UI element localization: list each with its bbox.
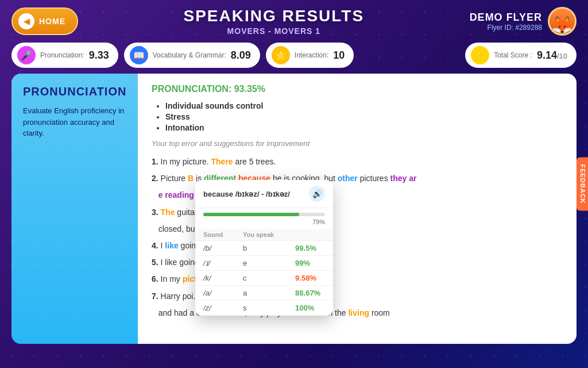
user-info: DEMO FLYER Flyer ID: #289288	[470, 12, 542, 32]
vocab-score-pill: 📖 Vocabulary & Grammar: 8.09	[124, 43, 260, 68]
interaction-score-pill: ⭐ Interaction: 10	[266, 43, 354, 68]
speak-cell: a	[235, 286, 287, 301]
title-area: SPEAKING RESULTS MOVERS - MOVERS 1	[184, 7, 365, 36]
tooltip-row: /ɪ/ e 99%	[195, 256, 333, 271]
speaker-button[interactable]: 🔊	[309, 186, 325, 202]
home-label: HOME	[39, 17, 65, 26]
tooltip-table: Sound You speak /b/ b 99.5% /ɪ/ e 99% /k…	[195, 229, 333, 316]
sound-cell: /k/	[195, 271, 235, 286]
total-score-pill: ⚡ Total Score : 9.14/10	[465, 43, 577, 68]
sound-cell: /z/	[195, 301, 235, 316]
vocab-label: Vocabulary & Grammar:	[153, 51, 226, 59]
tooltip-progress-bar	[203, 213, 325, 216]
tooltip-row: /a/ a 88.67%	[195, 286, 333, 301]
lightning-icon: ⚡	[471, 46, 489, 64]
book-icon: 📖	[130, 46, 148, 64]
criteria-item: Intonation	[165, 123, 563, 132]
mic-icon: 🎤	[17, 46, 36, 64]
sound-cell: /b/	[195, 241, 235, 256]
user-name: DEMO FLYER	[470, 12, 542, 24]
pct-cell: 100%	[287, 301, 333, 316]
home-button[interactable]: ◀ HOME	[11, 7, 78, 35]
page-subtitle: MOVERS - MOVERS 1	[184, 26, 365, 36]
tooltip-header: because /bɪkəz/ - /bɪkəz/ 🔊	[195, 180, 333, 208]
col-speak: You speak	[235, 229, 287, 241]
col-pct	[287, 229, 333, 241]
pct-cell: 99.5%	[287, 241, 333, 256]
pct-cell: 9.58%	[287, 271, 333, 286]
tooltip-row: /b/ b 99.5%	[195, 241, 333, 256]
speak-cell: c	[235, 271, 287, 286]
right-panel: PRONUNCIATION: 93.35% Individual sounds …	[138, 74, 577, 344]
star-icon: ⭐	[272, 46, 290, 64]
panel-title: PRONUNCIATION	[23, 85, 126, 98]
header: ◀ HOME SPEAKING RESULTS MOVERS - MOVERS …	[0, 0, 588, 36]
criteria-item: Stress	[165, 112, 563, 121]
sound-cell: /ɪ/	[195, 256, 235, 271]
speak-cell: b	[235, 241, 287, 256]
suggestion-label: Your top error and suggestions for impro…	[152, 139, 563, 148]
sentence-1: 1. In my picture. There are 5 trees.	[152, 155, 563, 169]
pronunciation-label: Pronunciation:	[40, 51, 84, 59]
user-id: Flyer ID: #289288	[470, 24, 542, 32]
pct-cell: 88.67%	[287, 286, 333, 301]
avatar: 🦊	[548, 7, 577, 36]
arrow-left-icon: ◀	[18, 13, 34, 29]
left-panel: PRONUNCIATION Evaluate English proficien…	[11, 74, 138, 344]
pct-cell: 99%	[287, 256, 333, 271]
col-sound: Sound	[195, 229, 235, 241]
speak-cell: s	[235, 301, 287, 316]
pronunciation-score-pill: 🎤 Pronunciation: 9.33	[11, 43, 118, 68]
main-content: PRONUNCIATION Evaluate English proficien…	[11, 74, 577, 344]
feedback-tab[interactable]: FEEDBACK	[577, 157, 588, 210]
sound-cell: /a/	[195, 286, 235, 301]
tooltip-word: because /bɪkəz/ - /bɪkəz/	[203, 190, 290, 198]
tooltip-row: /k/ c 9.58%	[195, 271, 333, 286]
tooltip-row: /z/ s 100%	[195, 301, 333, 316]
page-title: SPEAKING RESULTS	[184, 7, 365, 25]
total-label: Total Score :	[494, 51, 532, 59]
panel-description: Evaluate English proficiency in pronunci…	[23, 105, 126, 139]
total-value: 9.14/10	[537, 49, 567, 62]
criteria-list: Individual sounds control Stress Intonat…	[152, 101, 563, 132]
tooltip-popup: because /bɪkəz/ - /bɪkəz/ 🔊 79% Sound Yo…	[195, 180, 333, 316]
interaction-value: 10	[333, 49, 345, 62]
user-area: DEMO FLYER Flyer ID: #289288 🦊	[470, 7, 577, 36]
criteria-item: Individual sounds control	[165, 101, 563, 110]
avatar-image: 🦊	[550, 9, 575, 34]
pronunciation-score-heading: PRONUNCIATION: 93.35%	[152, 84, 563, 94]
tooltip-progress-fill	[203, 213, 299, 216]
speak-cell: e	[235, 256, 287, 271]
interaction-label: Interaction:	[295, 51, 328, 59]
score-bar: 🎤 Pronunciation: 9.33 📖 Vocabulary & Gra…	[11, 43, 577, 68]
vocab-value: 8.09	[231, 49, 251, 62]
tooltip-percent: 79%	[203, 218, 325, 225]
pronunciation-value: 9.33	[89, 49, 109, 62]
